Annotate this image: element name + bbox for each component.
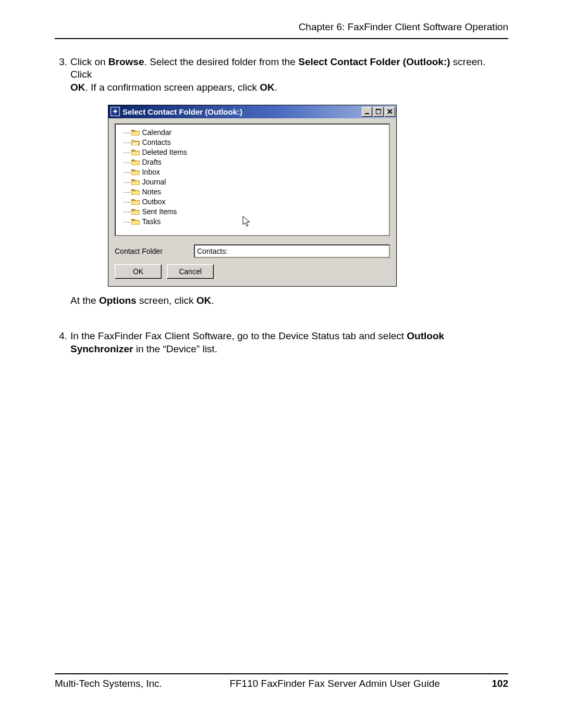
minimize-button[interactable] — [362, 107, 372, 117]
text: Click on — [70, 56, 108, 67]
window-title: Select Contact Folder (Outlook:) — [123, 107, 242, 117]
tree-connector-icon: ····· — [123, 128, 130, 137]
close-button[interactable] — [385, 107, 395, 117]
step-number: 4. — [55, 330, 70, 355]
tree-connector-icon: ····· — [123, 177, 130, 187]
tree-item[interactable]: ····· Outbox — [118, 197, 387, 207]
folder-closed-icon — [131, 179, 140, 185]
step-body: Click on Browse. Select the desired fold… — [70, 56, 508, 94]
text: in the “Device” list. — [133, 343, 217, 354]
dialog-screenshot: ✦ Select Contact Folder (Outlook:) — [108, 105, 396, 287]
titlebar: ✦ Select Contact Folder (Outlook:) — [108, 105, 396, 118]
folder-closed-icon — [131, 129, 140, 135]
text: . — [211, 295, 214, 306]
contact-folder-row: Contact Folder Contacts: — [115, 244, 390, 258]
step-body: In the FaxFinder Fax Client Software, go… — [70, 330, 508, 355]
maximize-icon — [376, 109, 381, 114]
bold: Options — [99, 295, 137, 306]
chapter-heading: Chapter 6: FaxFinder Client Software Ope… — [55, 21, 508, 37]
bold: Browse — [108, 56, 144, 67]
tree-item-label: Notes — [142, 187, 161, 196]
text: . Select the desired folder from the — [144, 56, 299, 67]
tree-item[interactable]: ····· Calendar — [118, 128, 387, 138]
tree-item[interactable]: ····· Inbox — [118, 167, 387, 177]
folder-closed-icon — [131, 159, 140, 165]
tree-item-label: Journal — [142, 177, 166, 187]
ok-button[interactable]: OK — [115, 264, 162, 279]
step-number: 3. — [55, 56, 70, 94]
dialog-body: ····· Calendar ····· Contacts ····· Dele… — [108, 118, 396, 286]
text: . If a confirmation screen appears, clic… — [85, 82, 260, 93]
tree-connector-icon: ····· — [123, 147, 130, 157]
folder-tree[interactable]: ····· Calendar ····· Contacts ····· Dele… — [115, 124, 390, 236]
app-icon: ✦ — [111, 107, 120, 116]
folder-closed-icon — [131, 199, 140, 205]
folder-open-icon — [131, 139, 140, 145]
tree-item[interactable]: ····· Journal — [118, 177, 387, 187]
tree-item-label: Tasks — [142, 217, 161, 226]
tree-item[interactable]: ····· Contacts — [118, 138, 387, 147]
window-controls — [362, 107, 395, 117]
tree-item-label: Drafts — [142, 157, 161, 167]
contact-folder-input[interactable]: Contacts: — [194, 244, 390, 258]
tree-item-label: Outbox — [142, 197, 165, 206]
folder-closed-icon — [131, 208, 140, 215]
bold: OK — [197, 295, 212, 306]
tree-item-label: Sent Items — [142, 207, 177, 216]
step-3: 3. Click on Browse. Select the desired f… — [55, 56, 508, 94]
dialog-buttons: OK Cancel — [115, 264, 390, 279]
cancel-button[interactable]: Cancel — [167, 264, 214, 279]
close-icon — [387, 109, 393, 114]
folder-closed-icon — [131, 169, 140, 175]
page-number: 102 — [492, 677, 508, 690]
tree-connector-icon: ····· — [123, 207, 130, 216]
folder-closed-icon — [131, 149, 140, 155]
folder-closed-icon — [131, 218, 140, 225]
svg-rect-2 — [376, 109, 381, 110]
tree-item[interactable]: ····· Drafts — [118, 157, 387, 167]
footer-company: Multi-Tech Systems, Inc. — [55, 677, 162, 690]
contact-folder-value: Contacts: — [197, 246, 228, 256]
text: screen, click — [137, 295, 197, 306]
footer-rule — [55, 673, 508, 674]
tree-connector-icon: ····· — [123, 217, 130, 226]
step-4: 4. In the FaxFinder Fax Client Software,… — [55, 330, 508, 355]
tree-item[interactable]: ····· Notes — [118, 187, 387, 197]
contact-folder-label: Contact Folder — [115, 246, 190, 256]
step-3-trailing: At the Options screen, click OK. — [70, 294, 508, 307]
cursor-icon — [242, 215, 252, 230]
page-footer: Multi-Tech Systems, Inc. FF110 FaxFinder… — [55, 673, 508, 690]
bold: OK — [70, 82, 85, 93]
dialog-window: ✦ Select Contact Folder (Outlook:) — [108, 105, 397, 287]
svg-rect-0 — [365, 113, 369, 114]
minimize-icon — [364, 109, 370, 114]
tree-item[interactable]: ····· Sent Items — [118, 207, 387, 217]
footer-title: FF110 FaxFinder Fax Server Admin User Gu… — [162, 677, 492, 690]
text: . — [275, 82, 277, 93]
tree-connector-icon: ····· — [123, 138, 130, 147]
folder-closed-icon — [131, 189, 140, 195]
maximize-button[interactable] — [373, 107, 384, 117]
tree-connector-icon: ····· — [123, 167, 130, 177]
tree-item-label: Calendar — [142, 128, 172, 137]
tree-connector-icon: ····· — [123, 187, 130, 196]
text: In the FaxFinder Fax Client Software, go… — [70, 330, 407, 341]
bold: OK — [260, 82, 275, 93]
text: At the — [70, 295, 99, 306]
tree-connector-icon: ····· — [123, 197, 130, 206]
tree-item[interactable]: ····· Deleted Items — [118, 147, 387, 157]
header-rule — [55, 38, 508, 39]
bold: Select Contact Folder (Outlook:) — [298, 56, 450, 67]
tree-item-label: Contacts — [142, 138, 170, 147]
tree-item-label: Deleted Items — [142, 147, 187, 157]
tree-item[interactable]: ····· Tasks — [118, 217, 387, 227]
tree-connector-icon: ····· — [123, 157, 130, 167]
tree-item-label: Inbox — [142, 167, 160, 177]
